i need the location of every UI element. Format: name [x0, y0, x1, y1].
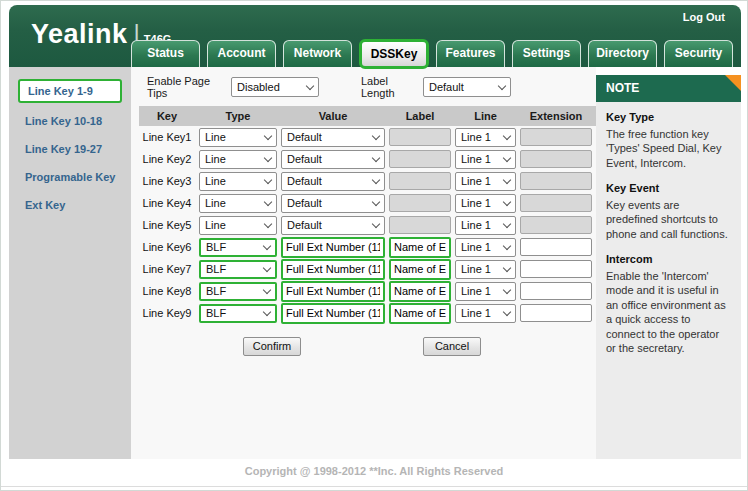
table-row: Line Key8 BLF Line 1	[139, 280, 596, 302]
type-select[interactable]: BLF	[199, 282, 277, 301]
line-select[interactable]: Line 1	[455, 282, 516, 301]
chevron-down-icon	[264, 219, 272, 227]
extension-input[interactable]	[520, 238, 592, 256]
value-select[interactable]: Default	[281, 128, 385, 147]
cancel-button[interactable]: Cancel	[423, 337, 481, 356]
value-input[interactable]	[281, 259, 385, 280]
value-value: Default	[287, 175, 322, 187]
value-input[interactable]	[281, 303, 385, 324]
line-select[interactable]: Line 1	[455, 172, 516, 191]
sidebar-item-line-key-10-18[interactable]: Line Key 10-18	[9, 107, 131, 135]
extension-input[interactable]	[520, 282, 592, 300]
table-row: Line Key7 BLF Line 1	[139, 258, 596, 280]
page: Log Out Yealink | T46G Status Account Ne…	[0, 0, 748, 491]
type-value: Line	[205, 131, 226, 143]
line-value: Line 1	[461, 307, 491, 319]
tab-settings[interactable]: Settings	[512, 40, 581, 67]
tab-status[interactable]: Status	[131, 40, 200, 67]
type-value: BLF	[206, 241, 226, 253]
line-select[interactable]: Line 1	[455, 216, 516, 235]
tab-account[interactable]: Account	[207, 40, 276, 67]
label-input[interactable]	[389, 303, 451, 324]
key-label: Line Key8	[139, 285, 195, 297]
label-length-value: Default	[429, 81, 464, 93]
key-label: Line Key1	[139, 131, 195, 143]
chevron-down-icon	[372, 175, 380, 183]
type-select[interactable]: Line	[199, 194, 277, 213]
note-panel-header: NOTE	[596, 75, 741, 102]
line-value: Line 1	[461, 285, 491, 297]
value-select[interactable]: Default	[281, 150, 385, 169]
key-label: Line Key3	[139, 175, 195, 187]
extension-input	[520, 194, 592, 212]
type-select[interactable]: BLF	[199, 238, 277, 257]
type-value: BLF	[206, 263, 226, 275]
line-select[interactable]: Line 1	[455, 238, 516, 257]
tab-security[interactable]: Security	[664, 40, 733, 67]
note-panel: NOTE Key Type The free function key 'Typ…	[596, 75, 741, 459]
type-select[interactable]: BLF	[199, 260, 277, 279]
line-select[interactable]: Line 1	[455, 304, 516, 323]
extension-input[interactable]	[520, 260, 592, 278]
confirm-button[interactable]: Confirm	[243, 337, 301, 356]
line-select[interactable]: Line 1	[455, 128, 516, 147]
chevron-down-icon	[503, 263, 511, 271]
type-value: Line	[205, 219, 226, 231]
type-select[interactable]: Line	[199, 216, 277, 235]
line-select[interactable]: Line 1	[455, 260, 516, 279]
sidebar-item-line-key-1-9[interactable]: Line Key 1-9	[18, 79, 122, 103]
label-input	[389, 150, 451, 168]
type-select[interactable]: Line	[199, 172, 277, 191]
value-select[interactable]: Default	[281, 194, 385, 213]
chevron-down-icon	[264, 131, 272, 139]
tab-directory[interactable]: Directory	[588, 40, 657, 67]
value-select[interactable]: Default	[281, 216, 385, 235]
type-select[interactable]: Line	[199, 150, 277, 169]
label-length-select[interactable]: Default	[423, 77, 511, 97]
label-length-label: Label Length	[361, 75, 423, 99]
copyright-text: Copyright @ 1998-2012 **Inc. All Rights …	[1, 465, 747, 477]
sidebar-item-programable-key[interactable]: Programable Key	[9, 163, 131, 191]
nav-tabs: Status Account Network DSSKey Features S…	[131, 39, 733, 67]
chevron-down-icon	[503, 307, 511, 315]
chevron-down-icon	[503, 285, 511, 293]
logout-link[interactable]: Log Out	[683, 11, 725, 23]
chevron-down-icon	[503, 219, 511, 227]
table-row: Line Key2 Line Default Line 1	[139, 148, 596, 170]
note-section-heading: Key Type	[606, 110, 731, 125]
table-header-row: Key Type Value Label Line Extension	[139, 106, 596, 126]
table-row: Line Key5 Line Default Line 1	[139, 214, 596, 236]
type-value: Line	[205, 197, 226, 209]
key-label: Line Key7	[139, 263, 195, 275]
key-label: Line Key4	[139, 197, 195, 209]
type-value: Line	[205, 175, 226, 187]
extension-input	[520, 150, 592, 168]
line-value: Line 1	[461, 197, 491, 209]
col-header-line: Line	[455, 110, 516, 122]
line-value: Line 1	[461, 263, 491, 275]
type-value: Line	[205, 153, 226, 165]
value-input[interactable]	[281, 237, 385, 258]
value-value: Default	[287, 153, 322, 165]
type-select[interactable]: BLF	[199, 304, 277, 323]
tab-features[interactable]: Features	[436, 40, 505, 67]
extension-input[interactable]	[520, 304, 592, 322]
chevron-down-icon	[503, 241, 511, 249]
tab-network[interactable]: Network	[283, 40, 352, 67]
line-select[interactable]: Line 1	[455, 150, 516, 169]
label-input[interactable]	[389, 281, 451, 302]
col-header-type: Type	[199, 110, 277, 122]
enable-page-tips-select[interactable]: Disabled	[231, 77, 319, 97]
chevron-down-icon	[264, 197, 272, 205]
sidebar-item-line-key-19-27[interactable]: Line Key 19-27	[9, 135, 131, 163]
note-section: Key Type The free function key 'Types' S…	[606, 110, 731, 170]
enable-page-tips-label: Enable Page Tips	[147, 75, 231, 99]
type-select[interactable]: Line	[199, 128, 277, 147]
sidebar-item-ext-key[interactable]: Ext Key	[9, 191, 131, 219]
label-input[interactable]	[389, 259, 451, 280]
value-select[interactable]: Default	[281, 172, 385, 191]
label-input[interactable]	[389, 237, 451, 258]
value-input[interactable]	[281, 281, 385, 302]
line-select[interactable]: Line 1	[455, 194, 516, 213]
tab-dsskey[interactable]: DSSKey	[359, 39, 429, 69]
